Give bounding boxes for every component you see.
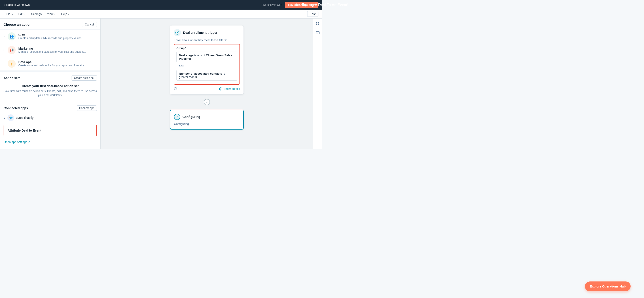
config-body: Configuring... <box>174 122 240 126</box>
svg-rect-5 <box>221 89 221 90</box>
crm-chevron-icon: › <box>4 35 4 38</box>
trigger-icon <box>174 29 181 36</box>
create-action-set-button[interactable]: Create action set <box>72 75 97 81</box>
connected-apps-header: Connected apps Connect app <box>0 103 100 113</box>
connect-app-button[interactable]: Connect app <box>77 105 97 111</box>
dataops-chevron-icon: › <box>4 62 4 65</box>
svg-rect-6 <box>316 22 317 23</box>
attribute-deal-card[interactable]: Attribute Deal to Event <box>4 125 97 136</box>
dataops-title: Data ops <box>18 60 86 64</box>
filter-1-condition: is any of <box>194 54 206 57</box>
workflow-title: Attributing A Deal To An Event! <box>296 3 322 7</box>
choose-action-title: Choose an action <box>4 22 32 26</box>
back-label: Back to workflows <box>6 3 30 6</box>
connector-circle-button[interactable]: × <box>204 99 210 105</box>
marketing-desc: Manage records and statuses for your lis… <box>18 50 86 53</box>
top-nav: ‹ Back to workflows Attributing A Deal T… <box>0 0 322 9</box>
action-sets-header: Action sets Create action set <box>0 73 100 82</box>
connector-x-icon: × <box>206 100 208 104</box>
edit-chevron-icon <box>24 12 26 16</box>
crm-text: CRM Create and update CRM records and pr… <box>18 33 82 40</box>
crm-desc: Create and update CRM records and proper… <box>18 37 82 40</box>
attribute-card-title: Attribute Deal to Event <box>8 129 41 132</box>
svg-point-1 <box>177 32 178 33</box>
cancel-button[interactable]: Cancel <box>82 22 97 27</box>
sidebar-item-marketing[interactable]: › 📢 Marketing Manage records and statuse… <box>0 43 100 57</box>
file-chevron-icon <box>12 12 13 16</box>
filter-group: Group 1 Deal stage is any of Closed Won … <box>174 44 240 85</box>
left-sidebar: Choose an action Cancel › 👥 CRM Create a… <box>0 18 100 149</box>
open-app-settings-label: Open app settings <box>4 140 27 144</box>
help-chevron-icon <box>68 12 70 16</box>
open-app-settings-link[interactable]: Open app settings ↗ <box>0 138 100 146</box>
crm-icon: 👥 <box>8 32 16 40</box>
filter-row-1: Deal stage is any of Closed Won (Sales P… <box>176 52 237 62</box>
svg-rect-9 <box>318 24 319 25</box>
chat-icon[interactable] <box>314 30 321 36</box>
view-menu[interactable]: View <box>45 11 58 16</box>
filter-1-text: Deal stage <box>179 54 194 57</box>
show-details-label: Show details <box>224 87 240 90</box>
right-sidebar <box>313 18 322 149</box>
connector-line-top <box>206 94 207 99</box>
divider-1 <box>0 71 100 72</box>
help-menu[interactable]: Help <box>59 11 72 16</box>
help-label: Help <box>61 12 67 16</box>
external-link-icon: ↗ <box>28 141 30 143</box>
marketing-text: Marketing Manage records and statuses fo… <box>18 47 86 53</box>
grid-icon[interactable] <box>314 20 321 27</box>
settings-label: Settings <box>31 12 42 16</box>
filter-2-text: Number of associated contacts <box>179 72 222 75</box>
sidebar-item-crm[interactable]: › 👥 CRM Create and update CRM records an… <box>0 30 100 43</box>
svg-rect-8 <box>316 24 317 25</box>
app-item-eventhapily[interactable]: ∨ 🐦 event+hapily <box>0 113 100 123</box>
trash-button[interactable] <box>174 87 177 91</box>
action-sets-title: Action sets <box>4 76 20 80</box>
config-icon: ? <box>174 114 180 120</box>
trigger-card[interactable]: Deal enrollment trigger Enroll deals whe… <box>170 25 244 94</box>
main-layout: Choose an action Cancel › 👥 CRM Create a… <box>0 18 322 149</box>
workflow-status: Workflow is OFF <box>262 3 282 6</box>
dataops-desc: Create code and webhooks for your apps, … <box>18 64 86 67</box>
view-chevron-icon <box>54 12 56 16</box>
connector: × <box>204 94 210 110</box>
crm-title: CRM <box>18 33 82 37</box>
file-label: File <box>6 12 10 16</box>
marketing-icon: 📢 <box>8 46 16 54</box>
connected-apps-title: Connected apps <box>4 106 28 110</box>
filter-group-label: Group 1 <box>176 47 237 50</box>
menu-bar: File Edit Settings View Help Test <box>0 9 322 18</box>
dataops-text: Data ops Create code and webhooks for yo… <box>18 60 86 67</box>
filter-row-2: Number of associated contacts is greater… <box>176 70 237 81</box>
config-card[interactable]: ? Configuring Configuring... <box>170 110 244 130</box>
settings-menu[interactable]: Settings <box>29 11 44 16</box>
back-to-workflows[interactable]: ‹ Back to workflows <box>4 3 30 6</box>
filter-and-label: AND <box>176 64 237 69</box>
show-details-button[interactable]: Show details <box>219 87 240 90</box>
test-button[interactable]: Test <box>307 11 318 17</box>
dataops-icon: ƒ <box>8 60 16 68</box>
filter-2-value: 0 <box>196 75 197 79</box>
sidebar-item-dataops[interactable]: › ƒ Data ops Create code and webhooks fo… <box>0 57 100 71</box>
svg-rect-7 <box>318 22 319 23</box>
connector-line-bottom <box>206 105 207 110</box>
view-label: View <box>47 12 53 16</box>
trigger-subtitle: Enroll deals when they meet these filter… <box>174 38 240 42</box>
sidebar-header: Choose an action Cancel <box>0 18 100 30</box>
trigger-footer: Show details <box>174 87 240 91</box>
config-title: Configuring <box>182 115 200 119</box>
menu-bar-right: Test <box>307 11 318 17</box>
edit-menu[interactable]: Edit <box>16 11 28 16</box>
app-icon: 🐦 <box>8 114 14 121</box>
workflow-canvas: Deal enrollment trigger Enroll deals whe… <box>100 18 313 149</box>
edit-label: Edit <box>18 12 23 16</box>
config-icon-char: ? <box>176 115 178 119</box>
app-name: event+hapily <box>16 116 34 119</box>
svg-rect-10 <box>316 31 319 34</box>
file-menu[interactable]: File <box>4 11 15 16</box>
action-set-empty: Create your first deal-based action set … <box>0 82 100 101</box>
trigger-header: Deal enrollment trigger <box>174 29 240 36</box>
trigger-title: Deal enrollment trigger <box>183 31 217 34</box>
marketing-chevron-icon: › <box>4 48 4 52</box>
marketing-title: Marketing <box>18 47 86 50</box>
